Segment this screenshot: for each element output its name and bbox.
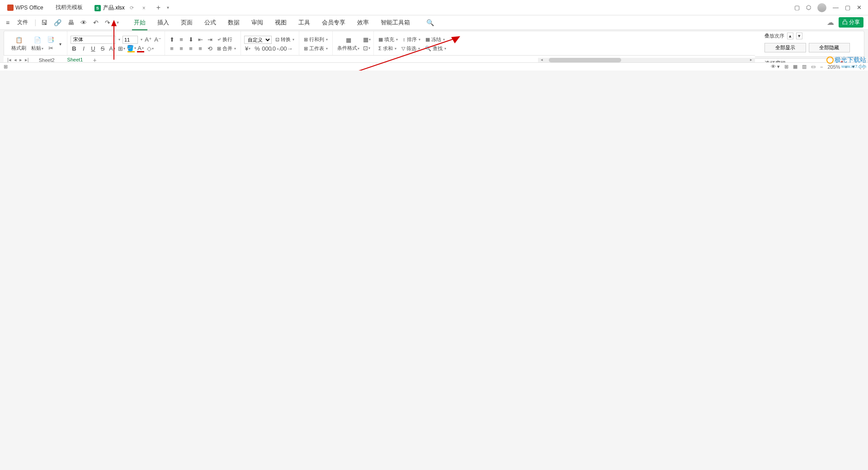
- number-format-select[interactable]: 自定义: [244, 36, 272, 44]
- wrap-text-button[interactable]: ⤶换行: [216, 36, 234, 43]
- reader-icon[interactable]: ▢: [794, 4, 800, 11]
- tab-review[interactable]: 审阅: [250, 19, 265, 27]
- paste-button[interactable]: 📄粘贴▾: [30, 37, 45, 52]
- tab-member[interactable]: 会员专享: [320, 19, 347, 27]
- currency-icon[interactable]: ¥▾: [244, 45, 251, 52]
- font-more-icon[interactable]: A▾: [108, 45, 116, 52]
- tab-dropdown-icon[interactable]: ▾: [167, 5, 169, 10]
- document-tab[interactable]: S 产品.xlsx ⟳ ×: [88, 1, 152, 14]
- table-style-icon[interactable]: ⊡▾: [363, 45, 370, 52]
- shrink-font-icon[interactable]: A⁻: [154, 36, 161, 43]
- status-left-icon[interactable]: ⊞: [4, 64, 8, 70]
- percent-icon[interactable]: %: [254, 45, 261, 52]
- maximize-icon[interactable]: ▢: [845, 4, 850, 11]
- fill-button[interactable]: ▦填充▾: [377, 36, 399, 43]
- comma-icon[interactable]: 000: [263, 45, 270, 52]
- sort-button[interactable]: ↕排序▾: [401, 36, 422, 43]
- bold-button[interactable]: B: [71, 45, 78, 52]
- tab-efficiency[interactable]: 效率: [355, 19, 371, 27]
- link-icon[interactable]: 🔗: [52, 19, 63, 26]
- tab-start[interactable]: 开始: [132, 19, 147, 27]
- border-button[interactable]: ⊞▾: [118, 45, 125, 52]
- tab-insert[interactable]: 插入: [156, 19, 171, 27]
- zoom-out-icon[interactable]: −: [820, 64, 823, 70]
- paste-dd-icon[interactable]: ▾: [57, 40, 64, 47]
- worksheet-button[interactable]: ⊞工作表▾: [302, 45, 329, 52]
- align-top-icon[interactable]: ⬆: [168, 36, 175, 43]
- tab-data[interactable]: 数据: [226, 19, 241, 27]
- move-down-icon[interactable]: ▾: [796, 33, 802, 39]
- minimize-icon[interactable]: —: [833, 4, 839, 11]
- font-dd-icon[interactable]: ▾: [118, 38, 120, 42]
- view-read-icon[interactable]: ▭: [811, 64, 816, 70]
- indent-dec-icon[interactable]: ⇤: [197, 36, 204, 43]
- merge-button[interactable]: ⊞合并▾: [216, 45, 237, 52]
- zoom-in-icon[interactable]: +: [845, 64, 848, 70]
- close-window-icon[interactable]: ✕: [857, 4, 862, 11]
- decimal-dec-icon[interactable]: .00→: [282, 45, 289, 52]
- refresh-icon[interactable]: ⟳: [130, 5, 134, 11]
- tab-view[interactable]: 视图: [273, 19, 288, 27]
- redo-icon[interactable]: ↷: [104, 19, 112, 26]
- zoom-level[interactable]: 205%: [827, 64, 840, 70]
- strikethrough-button[interactable]: S: [99, 45, 106, 52]
- freeze-button[interactable]: ▦冻结▾: [424, 36, 446, 43]
- file-menu[interactable]: 文件: [14, 19, 31, 26]
- share-button[interactable]: 凸 分享: [839, 17, 863, 28]
- sum-button[interactable]: Σ求和▾: [377, 45, 398, 52]
- hide-all-button[interactable]: 全部隐藏: [809, 43, 850, 52]
- align-center-icon[interactable]: ≡: [178, 45, 185, 52]
- copy-icon[interactable]: 📑: [47, 36, 54, 43]
- fill-color-button[interactable]: 🪣▾: [127, 45, 135, 52]
- cloud-icon[interactable]: ☁: [827, 18, 834, 27]
- filter-button[interactable]: ▽筛选▾: [400, 45, 421, 52]
- save-icon[interactable]: 🖫: [40, 19, 49, 26]
- tab-tools[interactable]: 工具: [297, 19, 312, 27]
- show-all-button[interactable]: 全部显示: [764, 43, 806, 52]
- cut-icon[interactable]: ✂: [47, 45, 54, 52]
- font-name-input[interactable]: [71, 36, 116, 44]
- align-right-icon[interactable]: ≡: [187, 45, 194, 52]
- view-normal-icon[interactable]: ⊞: [784, 64, 788, 70]
- format-painter-button[interactable]: 📋格式刷: [10, 37, 28, 52]
- tab-smart-tools[interactable]: 智能工具箱: [379, 19, 412, 27]
- find-button[interactable]: 🔍查找▾: [424, 45, 448, 52]
- align-left-icon[interactable]: ≡: [168, 45, 175, 52]
- orientation-icon[interactable]: ⟲: [206, 45, 213, 52]
- transform-button[interactable]: ⊡转换▾: [274, 36, 296, 43]
- move-up-icon[interactable]: ▴: [787, 33, 793, 39]
- font-color-button[interactable]: A▾: [137, 45, 144, 52]
- align-bottom-icon[interactable]: ⬇: [187, 36, 194, 43]
- row-col-button[interactable]: ⊞行和列▾: [302, 36, 329, 43]
- view-grid-icon[interactable]: ▦: [793, 64, 797, 70]
- cell-styles-icon[interactable]: ▦▾: [363, 36, 370, 43]
- indent-inc-icon[interactable]: ⇥: [206, 36, 213, 43]
- tab-formula[interactable]: 公式: [203, 19, 218, 27]
- align-justify-icon[interactable]: ≡: [197, 45, 204, 52]
- expand-icon[interactable]: ⛶: [859, 64, 864, 70]
- close-tab-icon[interactable]: ×: [142, 5, 146, 11]
- cond-format-button[interactable]: ▦条件格式▾: [336, 37, 361, 52]
- home-tab[interactable]: WPS Office: [3, 5, 48, 11]
- undo-icon[interactable]: ↶: [92, 19, 100, 26]
- horizontal-scrollbar[interactable]: ◂▸: [538, 58, 755, 62]
- qat-dropdown-icon[interactable]: ▾: [115, 20, 120, 25]
- clear-format-icon[interactable]: ◇▾: [146, 45, 154, 52]
- eye-icon[interactable]: 👁 ▾: [771, 64, 780, 70]
- new-tab-button[interactable]: +: [152, 4, 165, 12]
- avatar[interactable]: [817, 3, 826, 12]
- tab-page[interactable]: 页面: [179, 19, 194, 27]
- size-dd-icon[interactable]: ▾: [141, 38, 142, 42]
- search-icon[interactable]: 🔍: [426, 19, 434, 26]
- underline-button[interactable]: U: [90, 45, 97, 52]
- hamburger-icon[interactable]: ≡: [5, 19, 11, 26]
- preview-icon[interactable]: 👁: [79, 19, 88, 26]
- italic-button[interactable]: I: [80, 45, 87, 52]
- align-middle-icon[interactable]: ≡: [178, 36, 185, 43]
- font-size-input[interactable]: [123, 36, 138, 44]
- zoom-dd-icon[interactable]: ▾: [852, 64, 855, 70]
- cube-icon[interactable]: ⬡: [806, 4, 811, 11]
- view-page-icon[interactable]: ▥: [802, 64, 807, 70]
- grow-font-icon[interactable]: A⁺: [145, 36, 152, 43]
- print-icon[interactable]: 🖶: [66, 19, 75, 26]
